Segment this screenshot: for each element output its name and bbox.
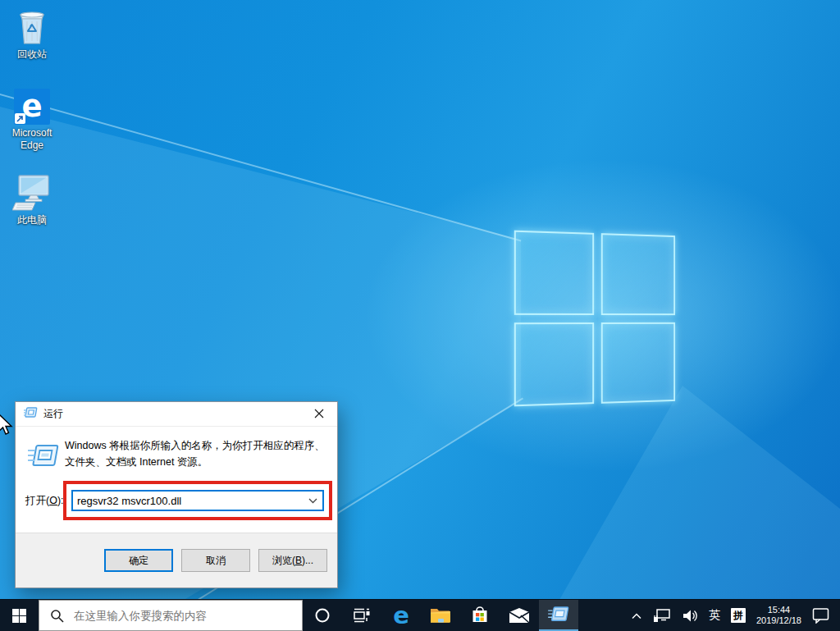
open-field-label: 打开(O): bbox=[25, 494, 64, 508]
taskbar-mail-button[interactable] bbox=[500, 600, 539, 631]
recycle-bin-icon bbox=[6, 7, 58, 46]
tray-volume[interactable] bbox=[679, 600, 701, 631]
edge-icon: e bbox=[393, 604, 409, 628]
desktop-icon-recycle-bin[interactable]: 回收站 bbox=[6, 7, 58, 61]
dialog-title: 运行 bbox=[43, 407, 63, 421]
taskbar-run-button-active[interactable] bbox=[539, 600, 578, 631]
this-pc-icon bbox=[6, 172, 58, 212]
run-dialog: 运行 Windows 将根据你所输入的名称，为你打开相应的程序、文件夹、 bbox=[15, 401, 338, 588]
action-center-button[interactable] bbox=[810, 600, 832, 631]
run-dialog-description: Windows 将根据你所输入的名称，为你打开相应的程序、文件夹、文档或 Int… bbox=[65, 438, 326, 470]
desktop: 回收站 e Microsoft Edge bbox=[0, 0, 840, 631]
ok-button[interactable]: 确定 bbox=[104, 549, 173, 572]
shortcut-arrow-icon bbox=[15, 113, 25, 124]
logo-pane bbox=[514, 322, 594, 407]
chevron-up-icon bbox=[631, 612, 642, 620]
taskbar-file-explorer-button[interactable] bbox=[421, 600, 460, 631]
taskbar-search[interactable] bbox=[39, 600, 303, 631]
run-dialog-body: Windows 将根据你所输入的名称，为你打开相应的程序、文件夹、文档或 Int… bbox=[16, 427, 337, 534]
logo-pane bbox=[600, 322, 675, 403]
run-window-icon bbox=[27, 443, 60, 474]
desktop-icon-edge[interactable]: e Microsoft Edge bbox=[6, 85, 58, 152]
taskbar: e bbox=[0, 599, 840, 631]
tray-ime-badge[interactable]: 拼 bbox=[728, 600, 748, 631]
cancel-button[interactable]: 取消 bbox=[181, 549, 250, 572]
search-icon bbox=[50, 609, 64, 623]
run-dialog-footer: 确定 取消 浏览(B)... bbox=[16, 533, 337, 588]
browse-button[interactable]: 浏览(B)... bbox=[258, 549, 327, 572]
desktop-icon-label: 此电脑 bbox=[6, 214, 58, 226]
network-icon bbox=[653, 608, 671, 623]
task-view-button[interactable] bbox=[342, 600, 381, 631]
file-explorer-icon bbox=[430, 606, 451, 624]
system-tray: 英 拼 15:44 2019/12/18 bbox=[628, 600, 840, 631]
logo-pane bbox=[600, 233, 675, 314]
clock-date: 2019/12/18 bbox=[756, 615, 801, 626]
tray-network[interactable] bbox=[651, 600, 673, 631]
dropdown-chevron-icon[interactable] bbox=[303, 498, 322, 504]
cortana-icon bbox=[314, 607, 331, 624]
desktop-icon-label: 回收站 bbox=[6, 48, 58, 61]
logo-pane bbox=[514, 231, 594, 315]
run-window-icon bbox=[24, 407, 38, 422]
taskbar-edge-button[interactable]: e bbox=[381, 600, 421, 631]
run-dialog-titlebar[interactable]: 运行 bbox=[16, 402, 337, 427]
tray-chevron-up[interactable] bbox=[628, 600, 645, 631]
mail-icon bbox=[509, 607, 530, 624]
close-icon bbox=[314, 409, 324, 418]
windows-logo-icon bbox=[12, 609, 26, 623]
open-combobox[interactable]: regsvr32 msvcr100.dll bbox=[71, 490, 324, 511]
store-icon bbox=[470, 606, 490, 625]
action-center-icon bbox=[812, 607, 829, 624]
task-view-icon bbox=[353, 607, 371, 624]
run-window-icon bbox=[547, 606, 570, 624]
volume-icon bbox=[682, 609, 698, 623]
close-button[interactable] bbox=[300, 402, 337, 425]
cortana-button[interactable] bbox=[303, 600, 342, 631]
red-annotation-box: regsvr32 msvcr100.dll bbox=[63, 481, 332, 520]
desktop-icon-label: Microsoft Edge bbox=[6, 127, 58, 152]
open-combobox-value[interactable]: regsvr32 msvcr100.dll bbox=[73, 495, 303, 507]
desktop-icon-this-pc[interactable]: 此电脑 bbox=[6, 172, 58, 226]
start-button[interactable] bbox=[0, 600, 39, 631]
tray-clock[interactable]: 15:44 2019/12/18 bbox=[754, 600, 804, 631]
tray-language-indicator[interactable]: 英 bbox=[706, 600, 723, 631]
windows-wallpaper-logo bbox=[514, 231, 675, 407]
clock-time: 15:44 bbox=[756, 605, 801, 615]
edge-icon: e bbox=[6, 85, 58, 125]
search-input[interactable] bbox=[72, 609, 302, 623]
taskbar-store-button[interactable] bbox=[460, 600, 500, 631]
ime-pinyin-icon: 拼 bbox=[731, 608, 746, 623]
